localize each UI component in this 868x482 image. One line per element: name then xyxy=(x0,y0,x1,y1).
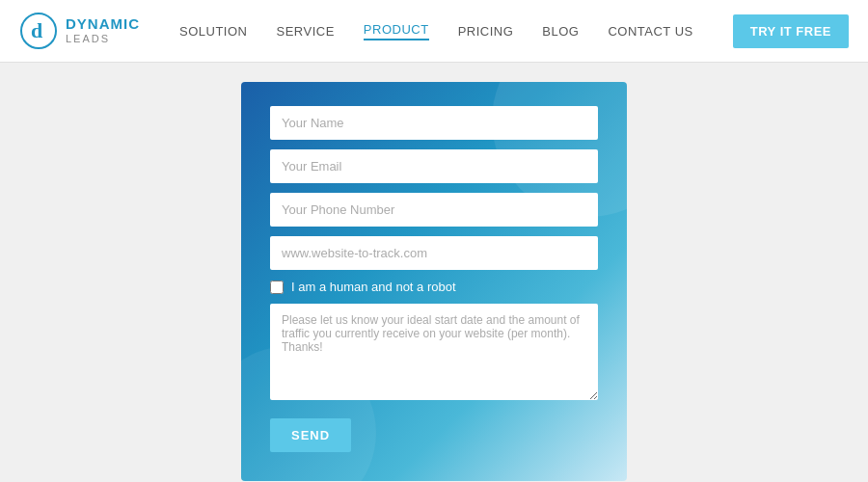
logo: d DYNAMIC LEADS xyxy=(19,12,140,50)
nav-contact[interactable]: CONTACT US xyxy=(608,24,692,39)
header: d DYNAMIC LEADS SOLUTION SERVICE PRODUCT… xyxy=(0,0,868,63)
nav-product[interactable]: PRODUCT xyxy=(364,22,429,40)
main-nav: SOLUTION SERVICE PRODUCT PRICING BLOG CO… xyxy=(179,22,693,40)
message-textarea[interactable] xyxy=(270,304,598,400)
email-input[interactable] xyxy=(270,149,598,183)
send-button[interactable]: SEND xyxy=(270,418,351,452)
nav-service[interactable]: SERVICE xyxy=(277,24,335,39)
logo-company: DYNAMIC xyxy=(66,15,140,33)
contact-form-card: I am a human and not a robot SEND xyxy=(241,82,627,481)
try-free-button[interactable]: TRY IT FREE xyxy=(733,14,849,48)
logo-suffix: LEADS xyxy=(66,33,140,45)
human-check-row: I am a human and not a robot xyxy=(270,280,598,294)
human-label: I am a human and not a robot xyxy=(291,280,456,294)
nav-solution[interactable]: SOLUTION xyxy=(179,24,247,39)
phone-input[interactable] xyxy=(270,193,598,227)
main-content: I am a human and not a robot SEND xyxy=(0,63,868,482)
logo-icon: d xyxy=(19,12,58,50)
nav-blog[interactable]: BLOG xyxy=(542,24,579,39)
human-checkbox[interactable] xyxy=(270,281,284,294)
nav-pricing[interactable]: PRICING xyxy=(458,24,514,39)
website-input[interactable] xyxy=(270,236,598,270)
name-input[interactable] xyxy=(270,106,598,140)
svg-text:d: d xyxy=(31,18,42,42)
